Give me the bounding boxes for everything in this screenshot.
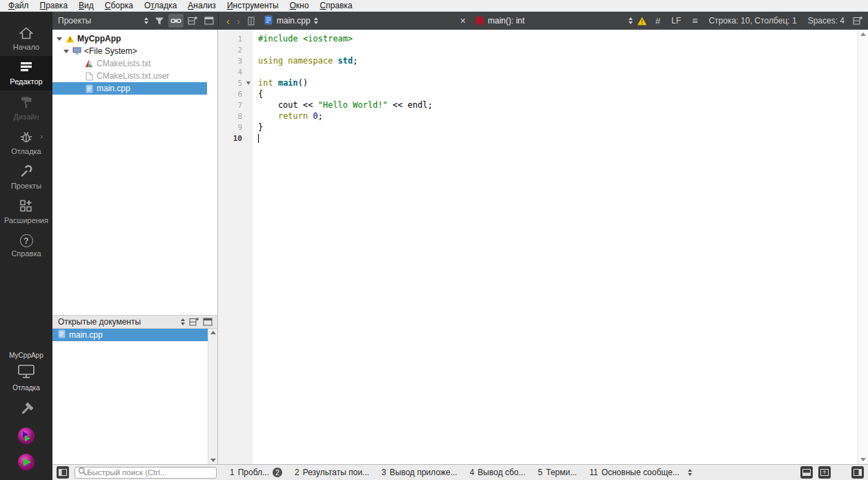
symbol-selector[interactable]: main(): int [471,16,635,26]
editor-menu-icon[interactable]: ≡ [687,15,703,26]
line-number: 3 [218,57,244,66]
go-forward-icon[interactable]: › [233,16,244,26]
expander-icon[interactable] [57,37,62,41]
combo-arrows-icon [142,17,150,24]
panel-selector-combo[interactable]: Проекты [58,16,150,26]
code-line[interactable]: return 0; [258,111,858,122]
close-panel-icon[interactable] [201,316,215,327]
mode-extensions[interactable]: Расширения [0,194,52,229]
expander-icon[interactable] [63,50,69,53]
line-number: 7 [218,101,244,110]
documents-scrollbar[interactable] [208,329,217,464]
menu-window[interactable]: Окно [284,0,315,12]
indent-settings[interactable]: Spaces: 4 [802,16,850,26]
warning-icon[interactable] [635,14,650,28]
code-line[interactable]: { [258,88,858,99]
submenu-arrow-icon[interactable]: › [40,132,43,140]
code-line[interactable] [258,44,858,55]
code-line[interactable] [258,133,858,144]
tree-row-project[interactable]: MyCppApp [52,32,207,45]
split-panel-icon[interactable] [187,316,201,327]
output-pane-search-results[interactable]: 2Результаты пои... [288,465,375,480]
output-pane-issues[interactable]: 1Пробл... 2 [224,465,288,480]
scroll-up-icon[interactable] [210,331,216,334]
quick-search-box[interactable] [75,467,217,479]
combo-arrows-icon[interactable] [179,318,187,325]
output-pane-combo-arrows[interactable] [686,469,694,476]
split-panel-icon[interactable] [185,14,200,28]
scroll-up-icon[interactable] [860,32,866,36]
toggle-right-sidebar-button[interactable] [851,466,864,479]
output-pane-terminal[interactable]: 5Терми... [532,465,584,480]
toggle-bottom-panel-button[interactable] [800,466,813,479]
navigation-toolbar: Проекты ‹ › main.cpp [52,12,868,30]
close-document-icon[interactable]: × [455,15,471,26]
kit-selector-button[interactable] [12,362,40,383]
menu-help[interactable]: Справка [315,0,358,12]
editor-scrollbar[interactable] [858,30,868,464]
search-input[interactable] [87,468,213,477]
menu-edit[interactable]: Правка [34,0,74,12]
line-number: 8 [218,112,244,121]
menu-tools[interactable]: Инструменты [221,0,284,12]
maximize-output-button[interactable] [818,466,831,479]
cpp-file-icon [264,15,273,27]
editor-toolbar: ‹ › main.cpp × main(): int [218,14,868,28]
output-pane-compile-output[interactable]: 4Вывод сбо... [464,465,532,480]
open-documents-list: main.cpp [52,329,217,464]
filesystem-icon [72,47,81,55]
active-project-label: MyCppApp [9,352,43,359]
build-config-label: Отладка [12,384,40,392]
mode-help[interactable]: ? Справка [0,229,52,263]
output-pane-application-output[interactable]: 3Вывод приложе... [375,465,464,480]
run-button[interactable] [12,452,40,473]
go-back-icon[interactable]: ‹ [223,16,233,26]
debug-run-button[interactable] [12,426,40,447]
tree-row-cmakelists-user[interactable]: CMakeLists.txt.user [52,70,207,82]
open-document-item[interactable]: main.cpp [52,329,208,341]
build-button[interactable] [12,400,40,421]
menu-build[interactable]: Сборка [99,0,139,12]
mode-label: Проекты [11,182,41,190]
menu-debug[interactable]: Отладка [139,0,182,12]
output-pane-general-messages[interactable]: 11Основные сообще... [583,465,686,480]
line-number: 9 [218,123,244,132]
code-line[interactable]: using namespace std; [258,55,858,66]
left-panel: MyCppApp <File System> CMakeLists.txt [52,30,218,464]
fold-marker-icon[interactable] [244,81,253,85]
status-bar: 1Пробл... 2 2Результаты пои... 3Вывод пр… [52,464,868,480]
encoding-indicator[interactable]: # [650,16,666,26]
code-line[interactable]: int main() [258,77,858,88]
open-file-selector[interactable]: main.cpp × [259,15,471,27]
code-line[interactable]: cout << "Hello World!" << endl; [258,99,858,111]
debug-run-icon [17,427,35,447]
mode-projects[interactable]: Проекты [0,160,52,194]
code-line[interactable] [258,66,858,77]
tree-row-filesystem[interactable]: <File System> [52,45,207,57]
mode-label: Отладка [11,147,41,155]
pin-document-icon[interactable] [244,14,259,28]
code-line[interactable]: #include <iostream> [258,33,858,44]
mode-label: Редактор [10,77,42,86]
toggle-left-sidebar-button[interactable] [57,466,69,479]
mode-welcome[interactable]: Начало [0,21,52,56]
code-line[interactable]: } [258,122,858,133]
close-panel-icon[interactable] [201,14,217,28]
scroll-down-icon[interactable] [210,459,216,462]
menu-view[interactable]: Вид [73,0,99,12]
paint-roller-icon [19,95,33,111]
line-ending-indicator[interactable]: LF [666,16,687,26]
mode-design: Дизайн [0,90,52,125]
code-area[interactable]: #include <iostream> using namespace std;… [253,30,858,464]
mode-debug[interactable]: › Отладка [0,125,52,160]
tree-row-maincpp[interactable]: main.cpp [52,82,207,95]
tree-row-cmakelists[interactable]: CMakeLists.txt [52,57,207,70]
filter-icon[interactable] [152,14,167,28]
scroll-down-icon[interactable] [860,458,866,461]
cursor-position: Строка: 10, Столбец: 1 [703,16,802,26]
sync-with-editor-icon[interactable] [168,14,184,28]
mode-edit[interactable]: Редактор [0,56,52,90]
menu-analyze[interactable]: Анализ [182,0,221,12]
split-editor-icon[interactable] [850,14,865,28]
menu-file[interactable]: Файл [3,0,34,12]
